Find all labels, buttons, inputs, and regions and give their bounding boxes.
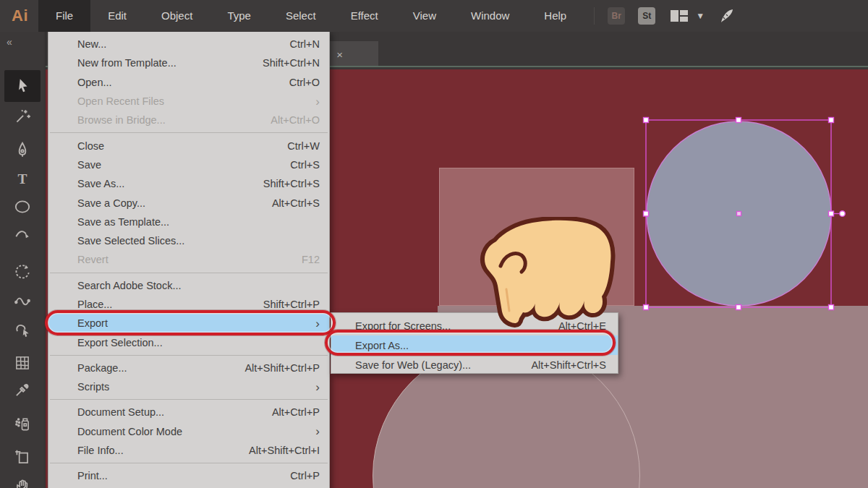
menu-item-label: Search Adobe Stock... — [77, 280, 181, 291]
menu-item-package[interactable]: Package...Alt+Shift+Ctrl+P — [48, 359, 329, 377]
menu-item-shortcut: Ctrl+W — [287, 140, 320, 152]
magic-wand-icon — [13, 107, 32, 126]
width-tool[interactable] — [8, 288, 37, 315]
eyedropper-icon — [13, 380, 32, 399]
menu-item-open-recent-files: Open Recent Files› — [48, 92, 329, 111]
menu-item-label: File Info... — [77, 445, 124, 456]
menu-item-save-a-copy[interactable]: Save a Copy...Alt+Ctrl+S — [48, 193, 329, 212]
bridge-button[interactable]: Br — [608, 7, 625, 25]
menubar-item-help[interactable]: Help — [527, 0, 584, 32]
menu-item-shortcut: Alt+Ctrl+O — [271, 114, 320, 126]
menu-item-label: New from Template... — [77, 57, 176, 69]
menu-item-shortcut: Alt+Shift+Ctrl+S — [531, 359, 606, 371]
menu-item-label: Document Color Mode — [77, 426, 182, 437]
mesh-tool[interactable] — [8, 349, 37, 377]
menu-item-scripts[interactable]: Scripts› — [48, 377, 329, 396]
menu-item-browse-in-bridge: Browse in Bridge...Alt+Ctrl+O — [48, 111, 329, 129]
submenu-arrow-icon: › — [315, 95, 320, 108]
menu-item-label: Save — [77, 159, 101, 171]
menu-item-label: Save for Web (Legacy)... — [355, 359, 471, 371]
eyedropper-tool[interactable] — [8, 376, 37, 403]
menu-item-export-selection[interactable]: Export Selection... — [48, 333, 329, 351]
menubar-item-edit[interactable]: Edit — [90, 0, 144, 32]
ellipse-tool[interactable] — [8, 193, 37, 221]
annotation-oval-export-as — [325, 330, 616, 356]
shaper-icon — [13, 225, 32, 244]
hand-tool[interactable] — [8, 472, 37, 488]
hand-tool-icon — [13, 476, 32, 488]
artboard-tool[interactable] — [8, 443, 37, 471]
annotation-oval-export — [45, 310, 336, 335]
menu-item-label: Open... — [77, 77, 112, 88]
menu-item-open[interactable]: Open...Ctrl+O — [48, 73, 329, 92]
menu-item-label: Browse in Bridge... — [77, 114, 166, 126]
pen-tool[interactable] — [8, 136, 37, 163]
pen-icon — [13, 140, 32, 159]
menu-item-label: New... — [77, 38, 106, 50]
menu-item-shortcut: Ctrl+P — [290, 470, 320, 481]
workspace-layout-icon[interactable] — [668, 7, 690, 25]
free-transform-tool[interactable] — [8, 316, 37, 343]
menu-item-new-from-template[interactable]: New from Template...Shift+Ctrl+N — [48, 53, 329, 72]
menu-item-label: Document Setup... — [77, 406, 164, 418]
tab-close-icon[interactable]: × — [336, 48, 343, 61]
file-menu: New...Ctrl+N New from Template...Shift+C… — [48, 30, 330, 488]
type-tool[interactable]: T — [8, 165, 37, 192]
menu-item-label: Save As... — [77, 178, 124, 189]
menu-item-print[interactable]: Print...Ctrl+P — [48, 466, 329, 485]
menubar-item-object[interactable]: Object — [144, 0, 210, 32]
menu-item-shortcut: Shift+Ctrl+P — [263, 299, 320, 310]
menu-item-label: Revert — [77, 254, 109, 265]
menu-item-close[interactable]: CloseCtrl+W — [48, 136, 329, 155]
symbol-sprayer-tool[interactable] — [8, 410, 37, 437]
free-transform-icon — [13, 320, 32, 339]
artwork-square[interactable] — [439, 168, 634, 306]
toolbar-collapse-button[interactable]: « — [7, 36, 11, 48]
adobe-stock-button[interactable]: St — [638, 7, 655, 25]
chevron-down-icon[interactable]: ▼ — [696, 11, 705, 21]
submenu-item-save-for-web-legacy[interactable]: Save for Web (Legacy)...Alt+Shift+Ctrl+S — [331, 355, 618, 374]
menu-item-label: Save as Template... — [77, 216, 169, 228]
menubar-item-window[interactable]: Window — [454, 0, 527, 32]
menu-item-save-selected-slices[interactable]: Save Selected Slices... — [48, 231, 329, 250]
menu-item-shortcut: Alt+Ctrl+P — [272, 406, 320, 418]
menu-separator — [50, 463, 328, 463]
menu-item-shortcut: Alt+Ctrl+S — [272, 197, 320, 209]
selection-tool[interactable] — [4, 70, 41, 102]
menu-bar: Ai File Edit Object Type Select Effect V… — [0, 0, 868, 32]
menubar-item-file[interactable]: File — [38, 0, 90, 32]
menubar-item-effect[interactable]: Effect — [333, 0, 396, 32]
menu-item-save-as-template[interactable]: Save as Template... — [48, 213, 329, 231]
menu-item-new[interactable]: New...Ctrl+N — [48, 35, 329, 53]
menu-item-label: Save a Copy... — [77, 197, 145, 209]
menu-item-label: Save Selected Slices... — [77, 235, 184, 247]
ellipse-icon — [13, 197, 32, 216]
menu-item-shortcut: Ctrl+S — [290, 159, 320, 171]
menu-item-save[interactable]: SaveCtrl+S — [48, 155, 329, 174]
submenu-arrow-icon: › — [315, 425, 320, 437]
menu-item-label: Close — [77, 140, 104, 152]
menu-item-document-setup[interactable]: Document Setup...Alt+Ctrl+P — [48, 403, 329, 421]
menu-item-shortcut: Alt+Shift+Ctrl+P — [244, 362, 320, 374]
type-tool-icon: T — [13, 169, 32, 188]
menu-item-shortcut: Shift+Ctrl+N — [263, 57, 320, 69]
menu-item-search-adobe-stock[interactable]: Search Adobe Stock... — [48, 276, 329, 295]
menu-item-label: Package... — [77, 362, 127, 374]
menu-item-label: Place... — [77, 299, 112, 310]
illustrator-logo: Ai — [0, 0, 38, 32]
rocket-icon[interactable] — [718, 7, 735, 25]
shaper-tool[interactable] — [8, 221, 37, 248]
menu-item-file-info[interactable]: File Info...Alt+Shift+Ctrl+I — [48, 441, 329, 460]
menu-item-save-as[interactable]: Save As...Shift+Ctrl+S — [48, 174, 329, 193]
magic-wand-tool[interactable] — [8, 103, 37, 130]
menubar-item-select[interactable]: Select — [268, 0, 333, 32]
menu-item-document-color-mode[interactable]: Document Color Mode› — [48, 422, 329, 441]
menu-item-label: Print... — [77, 470, 108, 481]
menubar-item-view[interactable]: View — [396, 0, 454, 32]
mesh-icon — [13, 354, 32, 372]
artboard-icon — [13, 448, 32, 466]
menu-item-shortcut: Shift+Ctrl+S — [263, 178, 320, 189]
menubar-item-type[interactable]: Type — [210, 0, 268, 32]
rotate-tool[interactable] — [8, 258, 37, 286]
menu-separator — [50, 132, 328, 133]
